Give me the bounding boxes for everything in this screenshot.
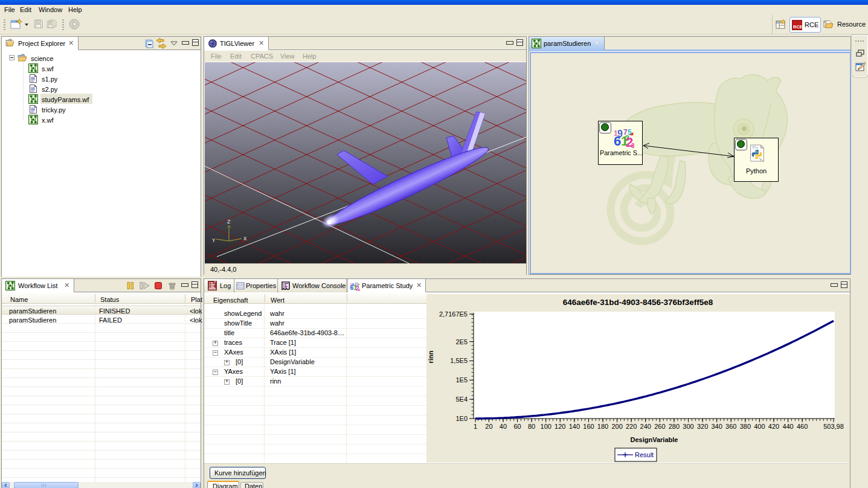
- svg-text:160: 160: [583, 423, 594, 430]
- svg-text:1,5E5: 1,5E5: [450, 357, 468, 364]
- svg-text:2,7167E5: 2,7167E5: [439, 310, 468, 318]
- svg-text:260: 260: [654, 423, 665, 430]
- svg-text:1: 1: [474, 423, 477, 430]
- svg-text:120: 120: [555, 423, 565, 430]
- svg-text:40: 40: [500, 423, 507, 430]
- svg-text:Z: Z: [227, 219, 231, 225]
- svg-text:140: 140: [569, 423, 580, 430]
- svg-text:80: 80: [528, 423, 535, 430]
- svg-text:360: 360: [725, 423, 736, 430]
- svg-text:400: 400: [754, 423, 765, 430]
- svg-text:rinn: rinn: [427, 350, 434, 363]
- svg-text:5E4: 5E4: [455, 396, 468, 403]
- svg-text:503,98: 503,98: [823, 423, 844, 430]
- svg-text:RCE: RCE: [793, 24, 802, 30]
- svg-text:340: 340: [711, 423, 722, 430]
- svg-text:460: 460: [797, 423, 808, 430]
- svg-text:20: 20: [485, 423, 492, 430]
- svg-text:100: 100: [541, 423, 551, 430]
- svg-text:220: 220: [626, 423, 637, 430]
- svg-text:1E5: 1E5: [455, 376, 468, 384]
- svg-text:Y: Y: [212, 238, 216, 244]
- svg-text:180: 180: [597, 423, 608, 430]
- svg-text:646ae6fe-31bd-4903-8456-376bf3: 646ae6fe-31bd-4903-8456-376bf3eff5e8: [563, 298, 713, 307]
- svg-text:300: 300: [683, 423, 693, 430]
- svg-text:380: 380: [740, 423, 751, 430]
- svg-text:200: 200: [611, 423, 622, 430]
- svg-text:Result: Result: [635, 451, 654, 458]
- svg-text:DesignVariable: DesignVariable: [631, 436, 678, 443]
- svg-text:X: X: [243, 236, 247, 242]
- svg-text:60: 60: [513, 423, 521, 430]
- svg-text:320: 320: [697, 423, 708, 430]
- svg-text:420: 420: [768, 423, 779, 430]
- svg-text:240: 240: [640, 423, 651, 430]
- svg-text:440: 440: [782, 423, 793, 430]
- svg-text:280: 280: [669, 423, 680, 430]
- svg-text:1E0: 1E0: [455, 415, 468, 422]
- svg-text:2E5: 2E5: [455, 338, 468, 345]
